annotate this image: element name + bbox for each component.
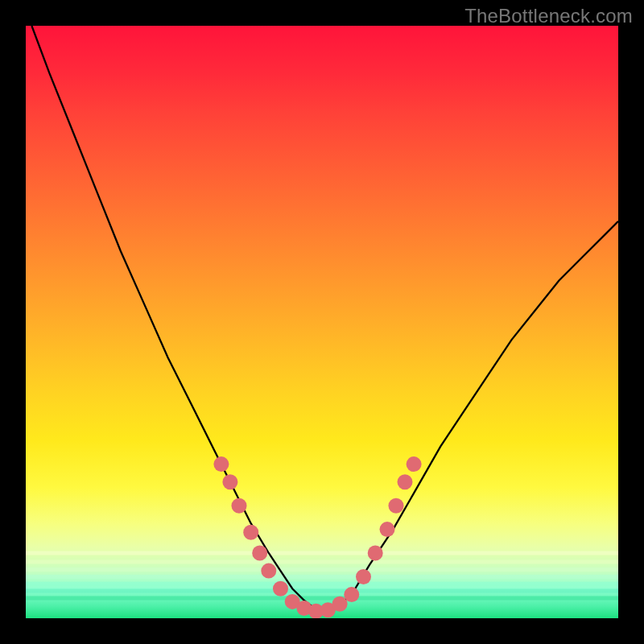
data-marker xyxy=(273,581,288,597)
plot-area xyxy=(26,26,618,618)
chart-svg xyxy=(26,26,618,618)
chart-container: TheBottleneck.com xyxy=(0,0,644,644)
data-marker xyxy=(368,546,383,561)
data-marker xyxy=(213,456,229,472)
gradient-bands xyxy=(26,553,618,598)
watermark-text: TheBottleneck.com xyxy=(464,5,633,27)
data-marker xyxy=(356,569,371,584)
data-marker xyxy=(252,546,267,561)
data-marker xyxy=(232,498,247,514)
bottleneck-curve xyxy=(31,26,618,613)
data-marker xyxy=(332,597,348,612)
data-marker xyxy=(344,587,359,602)
data-marker xyxy=(398,474,413,489)
data-marker xyxy=(407,456,422,472)
data-marker xyxy=(389,498,404,514)
data-marker xyxy=(222,474,237,489)
data-markers xyxy=(213,456,421,618)
data-marker xyxy=(243,525,258,540)
data-marker xyxy=(380,522,395,537)
data-marker xyxy=(261,564,276,579)
